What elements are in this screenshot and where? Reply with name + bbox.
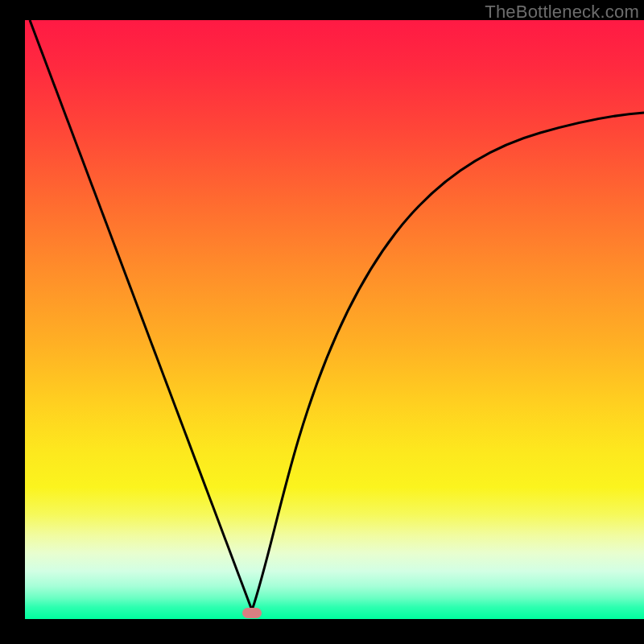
optimal-marker <box>242 608 262 618</box>
plot-area <box>25 20 644 619</box>
bottom-border <box>0 619 644 644</box>
chart-frame: TheBottleneck.com <box>25 0 644 619</box>
left-border <box>0 0 25 644</box>
bottleneck-curve <box>25 20 644 619</box>
